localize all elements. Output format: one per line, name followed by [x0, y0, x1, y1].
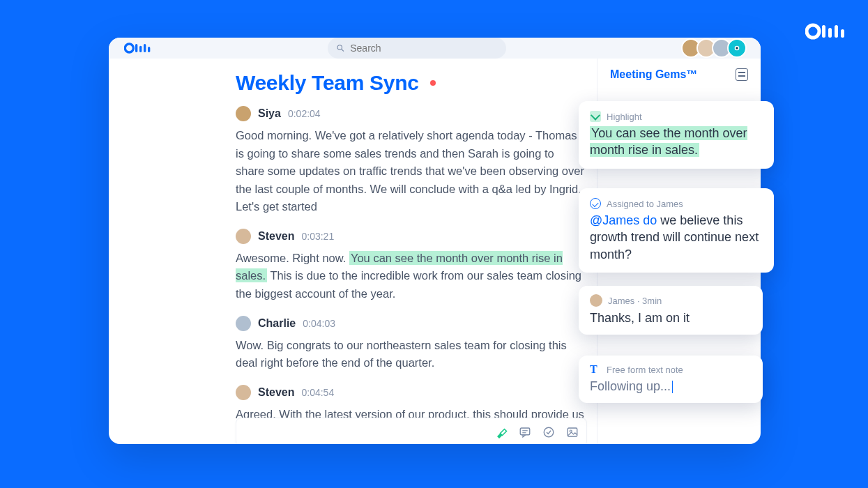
image-icon[interactable]	[565, 425, 579, 439]
gem-highlight-card[interactable]: Highlight You can see the month over mon…	[579, 101, 774, 169]
svg-point-18	[544, 427, 554, 437]
app-logo[interactable]	[124, 41, 152, 55]
otter-brand-logo	[805, 21, 847, 42]
action-text: @James do we believe this growth trend w…	[590, 212, 763, 263]
svg-rect-7	[139, 46, 142, 52]
timestamp: 0:03:21	[301, 231, 334, 242]
task-icon[interactable]	[542, 425, 556, 439]
card-label: Free form text note	[607, 365, 683, 375]
recording-indicator-icon	[430, 80, 436, 86]
highlight-icon	[590, 111, 601, 122]
avatar[interactable]	[727, 38, 747, 58]
transcript-turn[interactable]: Siya 0:02:04 Good morning. We've got a r…	[236, 106, 597, 216]
timestamp: 0:02:04	[288, 108, 321, 119]
svg-line-11	[341, 49, 343, 52]
svg-point-0	[807, 25, 819, 38]
speaker-name: Steven	[258, 230, 294, 243]
svg-point-14	[736, 47, 738, 49]
timestamp: 0:04:03	[303, 318, 335, 329]
timestamp: 0:04:54	[301, 387, 334, 398]
svg-rect-6	[135, 44, 137, 52]
svg-rect-2	[828, 28, 832, 38]
composer-toolbar[interactable]	[236, 418, 587, 444]
rail-title: Meeting Gems™	[610, 68, 697, 81]
speaker-name: Charlie	[258, 317, 296, 330]
utterance-text[interactable]: Wow. Big congrats to our northeastern sa…	[236, 337, 584, 372]
reply-meta: James · 3min	[608, 296, 662, 306]
main-content: Weekly Team Sync Siya 0:02:04 Good morni…	[227, 59, 597, 444]
outline-icon[interactable]	[736, 68, 748, 81]
svg-point-10	[337, 45, 342, 49]
speaker-name: Steven	[258, 386, 294, 399]
search-input[interactable]	[328, 38, 506, 59]
top-bar	[109, 38, 761, 59]
speaker-avatar	[236, 316, 251, 331]
card-label: Assigned to James	[607, 199, 683, 209]
highlight-text: You can see the month over month rise in…	[590, 126, 747, 157]
reply-text: Thanks, I am on it	[590, 310, 752, 326]
gem-note-card[interactable]: T Free form text note Following up...	[579, 356, 763, 403]
speaker-avatar	[236, 385, 251, 400]
note-input[interactable]: Following up...	[590, 378, 752, 395]
highlight-icon[interactable]	[494, 425, 508, 439]
transcript-turn[interactable]: Steven 0:03:21 Awesome. Right now. You c…	[236, 229, 597, 303]
svg-rect-19	[568, 428, 577, 436]
svg-rect-9	[148, 47, 150, 52]
assigned-icon	[590, 198, 601, 209]
page-title: Weekly Team Sync	[236, 71, 419, 95]
svg-rect-8	[144, 44, 146, 52]
utterance-text[interactable]: Good morning. We've got a relatively sho…	[236, 127, 584, 216]
svg-rect-3	[835, 25, 838, 38]
speaker-avatar	[236, 229, 251, 244]
speaker-avatar	[236, 106, 251, 121]
svg-rect-1	[822, 25, 825, 38]
participant-avatars[interactable]	[681, 38, 747, 58]
left-sidebar	[109, 59, 227, 444]
svg-point-5	[125, 44, 133, 52]
card-label: Highlight	[607, 112, 642, 122]
transcript-turn[interactable]: Charlie 0:04:03 Wow. Big congrats to our…	[236, 316, 597, 372]
speaker-name: Siya	[258, 107, 281, 120]
reply-avatar	[590, 294, 602, 307]
gem-action-card[interactable]: Assigned to James @James do we believe t…	[579, 188, 774, 273]
comment-icon[interactable]	[518, 425, 532, 439]
svg-rect-15	[520, 428, 530, 435]
transcript: Siya 0:02:04 Good morning. We've got a r…	[227, 99, 597, 441]
gem-reply-card[interactable]: James · 3min Thanks, I am on it	[579, 286, 763, 335]
svg-rect-4	[841, 29, 844, 38]
search-field[interactable]	[350, 43, 497, 54]
search-icon	[336, 43, 345, 53]
text-note-icon: T	[590, 364, 601, 375]
mention[interactable]: @James do	[590, 213, 657, 227]
utterance-text[interactable]: Awesome. Right now. You can see the mont…	[236, 250, 584, 303]
